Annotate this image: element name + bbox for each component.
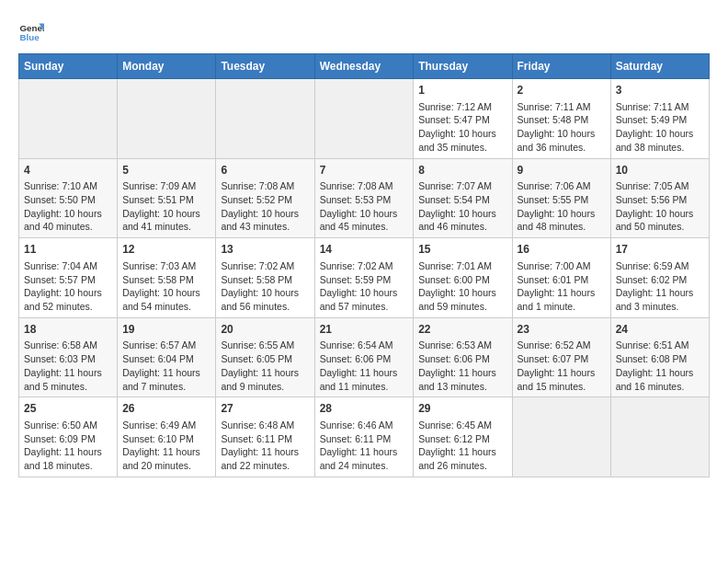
calendar-cell: 21Sunrise: 6:54 AMSunset: 6:06 PMDayligh… <box>314 317 414 397</box>
cell-content: Sunrise: 6:51 AM <box>616 339 704 352</box>
calendar-cell: 9Sunrise: 7:06 AMSunset: 5:55 PMDaylight… <box>512 158 610 238</box>
cell-content: Sunset: 6:01 PM <box>518 273 606 287</box>
cell-content: Sunrise: 6:57 AM <box>122 339 210 352</box>
cell-content: and 16 minutes. <box>616 380 704 394</box>
calendar-cell <box>314 79 414 159</box>
calendar-cell: 20Sunrise: 6:55 AMSunset: 6:05 PMDayligh… <box>216 317 314 397</box>
cell-content: Sunrise: 7:12 AM <box>418 100 506 114</box>
calendar-cell: 5Sunrise: 7:09 AMSunset: 5:51 PMDaylight… <box>118 158 216 238</box>
day-number: 27 <box>221 401 309 417</box>
calendar-cell: 28Sunrise: 6:46 AMSunset: 6:11 PMDayligh… <box>314 397 414 477</box>
calendar-cell: 14Sunrise: 7:02 AMSunset: 5:59 PMDayligh… <box>314 238 414 318</box>
cell-content: and 56 minutes. <box>221 300 309 314</box>
cell-content: and 20 minutes. <box>122 459 210 473</box>
calendar-cell: 26Sunrise: 6:49 AMSunset: 6:10 PMDayligh… <box>118 397 216 477</box>
week-row-1: 4Sunrise: 7:10 AMSunset: 5:50 PMDaylight… <box>19 158 710 238</box>
cell-content: Sunset: 6:09 PM <box>24 432 112 446</box>
cell-content: Daylight: 10 hours <box>122 207 210 221</box>
cell-content: Sunset: 5:55 PM <box>518 193 606 207</box>
week-row-0: 1Sunrise: 7:12 AMSunset: 5:47 PMDaylight… <box>19 79 710 159</box>
cell-content: Daylight: 10 hours <box>122 286 210 300</box>
calendar-cell: 4Sunrise: 7:10 AMSunset: 5:50 PMDaylight… <box>19 158 118 238</box>
day-number: 8 <box>418 163 506 178</box>
cell-content: Daylight: 10 hours <box>24 207 112 221</box>
cell-content: Sunset: 5:49 PM <box>616 113 704 127</box>
calendar-cell: 3Sunrise: 7:11 AMSunset: 5:49 PMDaylight… <box>610 79 709 159</box>
cell-content: Daylight: 11 hours <box>518 366 606 380</box>
calendar-cell: 16Sunrise: 7:00 AMSunset: 6:01 PMDayligh… <box>512 238 610 318</box>
cell-content: Daylight: 10 hours <box>616 127 704 141</box>
cell-content: Sunrise: 7:10 AM <box>24 179 112 193</box>
cell-content: and 35 minutes. <box>418 141 506 155</box>
cell-content: Daylight: 11 hours <box>418 445 506 459</box>
calendar-cell: 10Sunrise: 7:05 AMSunset: 5:56 PMDayligh… <box>610 158 709 238</box>
cell-content: Sunset: 6:10 PM <box>122 432 210 446</box>
cell-content: Sunrise: 7:00 AM <box>518 259 606 273</box>
cell-content: Sunrise: 7:11 AM <box>518 100 606 114</box>
header-cell-tuesday: Tuesday <box>216 54 314 79</box>
day-number: 9 <box>518 163 606 178</box>
header-cell-friday: Friday <box>512 54 610 79</box>
day-number: 19 <box>122 322 210 338</box>
cell-content: Daylight: 11 hours <box>616 366 704 380</box>
cell-content: Sunset: 5:58 PM <box>221 273 309 287</box>
cell-content: Sunset: 6:06 PM <box>320 352 409 366</box>
cell-content: Daylight: 10 hours <box>616 207 704 221</box>
day-number: 2 <box>518 83 606 98</box>
day-number: 21 <box>320 322 409 338</box>
calendar-cell: 7Sunrise: 7:08 AMSunset: 5:53 PMDaylight… <box>314 158 414 238</box>
cell-content: Daylight: 10 hours <box>418 286 506 300</box>
cell-content: Sunrise: 7:11 AM <box>616 100 704 114</box>
calendar-cell: 6Sunrise: 7:08 AMSunset: 5:52 PMDaylight… <box>216 158 314 238</box>
day-number: 1 <box>418 83 506 98</box>
cell-content: and 46 minutes. <box>418 220 506 234</box>
cell-content: and 50 minutes. <box>616 220 704 234</box>
cell-content: Sunset: 6:03 PM <box>24 352 112 366</box>
cell-content: and 57 minutes. <box>320 300 409 314</box>
cell-content: Sunrise: 7:06 AM <box>518 179 606 193</box>
day-number: 23 <box>518 322 606 338</box>
cell-content: Daylight: 11 hours <box>320 445 409 459</box>
cell-content: Sunrise: 7:05 AM <box>616 179 704 193</box>
cell-content: and 48 minutes. <box>518 220 606 234</box>
cell-content: and 9 minutes. <box>221 380 309 394</box>
calendar-cell: 19Sunrise: 6:57 AMSunset: 6:04 PMDayligh… <box>118 317 216 397</box>
cell-content: Daylight: 10 hours <box>518 207 606 221</box>
day-number: 26 <box>122 401 210 417</box>
cell-content: Sunset: 6:04 PM <box>122 352 210 366</box>
day-number: 20 <box>221 322 309 338</box>
calendar-cell: 11Sunrise: 7:04 AMSunset: 5:57 PMDayligh… <box>19 238 118 318</box>
cell-content: and 13 minutes. <box>418 380 506 394</box>
cell-content: Daylight: 10 hours <box>221 207 309 221</box>
cell-content: Sunset: 6:06 PM <box>418 352 506 366</box>
calendar-cell: 23Sunrise: 6:52 AMSunset: 6:07 PMDayligh… <box>512 317 610 397</box>
cell-content: and 18 minutes. <box>24 459 112 473</box>
cell-content: Sunrise: 7:08 AM <box>320 179 409 193</box>
cell-content: Sunset: 5:52 PM <box>221 193 309 207</box>
cell-content: and 40 minutes. <box>24 220 112 234</box>
week-row-4: 25Sunrise: 6:50 AMSunset: 6:09 PMDayligh… <box>19 397 710 477</box>
calendar-cell: 29Sunrise: 6:45 AMSunset: 6:12 PMDayligh… <box>414 397 512 477</box>
day-number: 29 <box>418 401 506 417</box>
cell-content: Sunrise: 6:45 AM <box>418 419 506 432</box>
day-number: 24 <box>616 322 704 338</box>
cell-content: Sunrise: 6:50 AM <box>24 419 112 432</box>
calendar-cell: 22Sunrise: 6:53 AMSunset: 6:06 PMDayligh… <box>414 317 512 397</box>
cell-content: Sunrise: 7:01 AM <box>418 259 506 273</box>
cell-content: Sunrise: 6:55 AM <box>221 339 309 352</box>
day-number: 16 <box>518 242 606 258</box>
day-number: 12 <box>122 242 210 258</box>
cell-content: Sunset: 5:58 PM <box>122 273 210 287</box>
cell-content: Daylight: 10 hours <box>418 207 506 221</box>
cell-content: Sunrise: 6:52 AM <box>518 339 606 352</box>
cell-content: Daylight: 11 hours <box>518 286 606 300</box>
cell-content: Daylight: 10 hours <box>518 127 606 141</box>
cell-content: and 45 minutes. <box>320 220 409 234</box>
calendar-cell: 1Sunrise: 7:12 AMSunset: 5:47 PMDaylight… <box>414 79 512 159</box>
cell-content: and 7 minutes. <box>122 380 210 394</box>
day-number: 6 <box>221 163 309 178</box>
cell-content: and 41 minutes. <box>122 220 210 234</box>
cell-content: Daylight: 11 hours <box>320 366 409 380</box>
cell-content: Sunrise: 7:08 AM <box>221 179 309 193</box>
day-number: 18 <box>24 322 112 338</box>
